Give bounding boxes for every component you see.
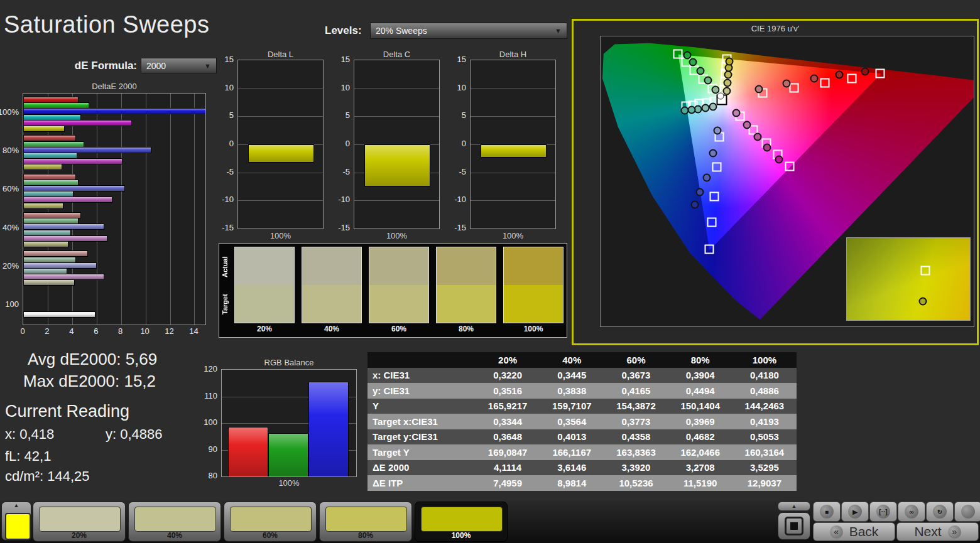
green-measured-marker (683, 51, 692, 59)
play-button[interactable]: ▶ (841, 502, 869, 522)
bar (23, 126, 65, 132)
step-button[interactable]: [··] (869, 502, 897, 522)
axis-tick-label: 12 (165, 326, 173, 336)
saturation-swatch-button-20%[interactable]: 20% (33, 502, 126, 542)
measurement-table: 20%40%60%80%100%x: CIE310,32200,34450,36… (368, 352, 797, 491)
swatch-column: 40% (302, 247, 362, 333)
axis-tick-label: 120 (204, 364, 217, 374)
table-cell: 0,3220 (476, 368, 540, 384)
table-cell: 8,9814 (540, 475, 604, 491)
red-measured-marker (783, 80, 791, 88)
yellow-measured-marker (724, 79, 732, 87)
levels-label: Levels: (325, 24, 362, 37)
gridline (170, 94, 171, 325)
gridline (471, 116, 555, 117)
gridline (471, 173, 555, 173)
back-button[interactable]: « Back (813, 522, 895, 541)
table-cell: 0,4180 (732, 368, 797, 384)
gridline (238, 173, 323, 173)
gridline (471, 89, 555, 89)
axis-tick-label: 110 (204, 391, 217, 401)
axis-tick-label: -10 (338, 195, 350, 204)
swatch-button-label: 100% (415, 531, 507, 540)
delta_c-ylabels: 151050-5-10-15 (335, 60, 352, 229)
table-cell: 0,3673 (604, 368, 668, 384)
table-cell: 0,3969 (668, 414, 732, 429)
saturation-swatch-button-80%[interactable]: 80% (319, 502, 412, 542)
bar (248, 144, 314, 163)
inset-measured-marker (918, 297, 927, 305)
swatch-column: 20% (234, 247, 295, 333)
table-cell: 166,1167 (540, 444, 604, 460)
panel-up-button[interactable]: ▲ (778, 502, 810, 511)
stop-button[interactable]: ■ (813, 502, 841, 522)
next-button[interactable]: Next » (896, 522, 979, 541)
blue-measured-marker (714, 127, 722, 135)
table-cell: 150,1404 (668, 399, 732, 414)
deltae2000-ylabels: 100%80%60%40%20%100 (0, 93, 21, 325)
table-row-label: y: CIE31 (368, 383, 476, 399)
axis-tick-label: 8 (118, 326, 122, 336)
table-row-label: Target y:CIE31 (368, 429, 476, 445)
delta_h-ylabels: 151050-5-10-15 (451, 60, 468, 229)
swatch-column: 60% (369, 247, 429, 333)
reading-y: y: 0,4886 (106, 426, 163, 443)
blank-button[interactable] (954, 502, 980, 522)
cie-plot: 000,050,050,10,10,150,150,20,20,250,250,… (600, 36, 974, 327)
table-cell: 10,5236 (604, 475, 668, 491)
saturation-swatch-button-100%[interactable]: 100% (415, 502, 508, 542)
table-cell: 0,3904 (668, 368, 732, 384)
up-arrow-icon[interactable]: ▲ (2, 502, 31, 512)
back-label: Back (849, 524, 879, 539)
table-row-label: Y (368, 399, 476, 414)
magenta-measured-marker (753, 133, 761, 141)
saturation-swatch-button-40%[interactable]: 40% (128, 502, 221, 542)
axis-tick-label: -10 (454, 195, 466, 204)
axis-tick-label: 0 (229, 139, 234, 148)
axis-tick-label: 5 (462, 110, 466, 120)
gridline (146, 94, 146, 325)
swatch-pair (503, 247, 564, 323)
swatch-pair (369, 247, 429, 323)
cyan-measured-marker (709, 102, 717, 110)
de-formula-dropdown[interactable]: 2000 ▼ (141, 58, 217, 73)
table-cell: 0,3838 (540, 383, 604, 399)
actual-swatch (235, 247, 294, 285)
axis-tick-label: 0 (462, 139, 466, 148)
continuous-button[interactable]: ∞ (898, 502, 925, 522)
axis-tick-label: 14 (189, 326, 198, 336)
current-color-swatch (5, 513, 31, 540)
blue-target-marker (712, 162, 722, 171)
axis-tick-label: 5 (229, 110, 234, 120)
axis-tick-label: 15 (225, 55, 234, 64)
table-cell: 144,2463 (732, 399, 797, 414)
red-bar (228, 427, 268, 477)
swatch-button-label: 60% (224, 531, 316, 540)
bar (23, 241, 68, 247)
table-row-label: Target x:CIE31 (368, 414, 476, 429)
red-target-marker (847, 73, 856, 83)
refresh-button[interactable]: ↻ (926, 502, 954, 522)
target-swatch (369, 285, 428, 323)
levels-dropdown[interactable]: 20% Sweeps ▼ (370, 23, 567, 39)
actual-swatch (437, 247, 496, 285)
magenta-measured-marker (743, 121, 751, 129)
table-header-cell: 60% (604, 352, 668, 368)
swatch-column-label: 20% (234, 325, 295, 333)
swatch-column-label: 80% (436, 325, 496, 333)
gridline (194, 94, 195, 325)
table-row-label: ΔE 2000 (368, 460, 476, 476)
blue-target-marker (707, 217, 716, 227)
reading-fl: fL: 42,1 (5, 448, 51, 465)
axis-tick-label: -15 (338, 223, 350, 232)
axis-tick-label: -15 (454, 223, 466, 232)
table-cell: 0,3445 (540, 368, 604, 384)
table-cell: 0,3516 (476, 383, 540, 399)
stop-measure-button[interactable] (778, 512, 810, 540)
delta_c-title: Delta C (354, 50, 440, 59)
table-cell: 154,3872 (604, 399, 668, 414)
saturation-swatch-button-60%[interactable]: 60% (224, 502, 317, 542)
table-cell: 0,4165 (604, 383, 668, 399)
axis-tick-label: 80% (3, 146, 19, 155)
axis-tick-label: 100% (0, 107, 19, 117)
